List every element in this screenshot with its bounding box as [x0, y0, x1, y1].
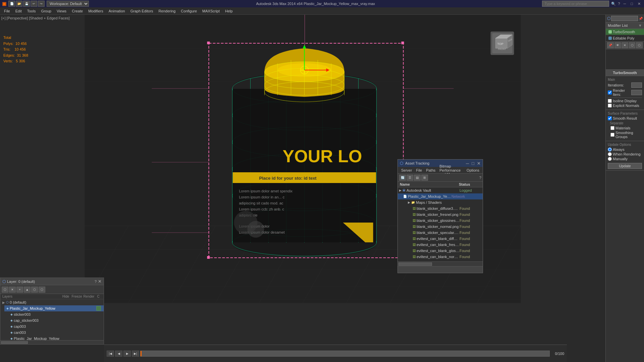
layer-tb4[interactable]: ▲ [24, 287, 31, 293]
asset-tb-list[interactable]: ☰ [407, 175, 413, 181]
list-item[interactable]: 🖼 eviltest_can_blank_diffuse.png Found [398, 236, 483, 242]
layer-tb6[interactable]: ⬡ [39, 287, 45, 293]
list-item[interactable]: ◈ can003 [8, 329, 104, 336]
menu-edit[interactable]: Edit [13, 8, 24, 14]
list-item[interactable]: ◈ Plastic_Jar_Mockup_Yellow [8, 336, 104, 340]
layer-tb5[interactable]: ⬡ [31, 287, 38, 293]
turbosmooth-label: TurboSmooth [606, 69, 644, 76]
asset-menu-server[interactable]: Server [399, 168, 414, 173]
tl-play-btn[interactable]: ▶ [123, 351, 131, 357]
list-item[interactable]: 🖼 blank_sticker_diffuse3.png Found [398, 205, 483, 212]
stack-paste-btn[interactable]: ⬡ [636, 42, 643, 48]
menu-tools[interactable]: Tools [24, 8, 39, 14]
svg-text:Lorem ipsum ccb: zh anb. c: Lorem ipsum ccb: zh anb. c [239, 207, 284, 211]
tl-next-btn[interactable]: ▶| [132, 351, 139, 357]
menu-configure[interactable]: Configure [178, 8, 200, 14]
asset-tb-refresh[interactable]: 🔄 [399, 175, 406, 181]
layer-panel-title: Layer: 0 (default) [7, 280, 35, 284]
close-btn[interactable]: ✕ [636, 2, 642, 6]
materials-checkbox[interactable] [610, 126, 614, 130]
list-item[interactable]: 📄 Plastic_Jar_Mockup_Yellow_max_vray.max… [398, 193, 483, 199]
menu-maxscript[interactable]: MAXScript [200, 8, 222, 14]
pin-icon[interactable]: 📌 [639, 17, 643, 20]
tl-scrubber[interactable] [140, 351, 550, 357]
menu-animation[interactable]: Animation [106, 8, 128, 14]
list-item[interactable]: ◈ sticker003 [8, 311, 104, 317]
workspace-dropdown[interactable]: Workspace: Default [47, 1, 89, 7]
menu-group[interactable]: Group [38, 8, 54, 14]
layer-panel-close[interactable]: ✕ [98, 279, 102, 284]
list-item[interactable]: 🖼 eviltest_can_blank_glossiness.png Foun… [398, 248, 483, 254]
stack-del-btn[interactable]: ✕ [622, 42, 628, 48]
list-item[interactable]: ◈ cap_sticker003 [8, 317, 104, 323]
smoothing-groups-checkbox[interactable] [610, 133, 614, 137]
layer-tb2[interactable]: ✕ [9, 287, 16, 293]
stack-copy-btn[interactable]: ⬡ [629, 42, 636, 48]
asset-maximize-btn[interactable]: □ [472, 161, 474, 166]
asset-close-btn[interactable]: ✕ [477, 161, 481, 166]
render-iters-checkbox[interactable] [608, 90, 612, 95]
tl-start-btn[interactable]: |◀ [107, 351, 114, 357]
list-item[interactable]: 🖼 blank_sticker_normal.png Found [398, 224, 483, 230]
layer-panel-help[interactable]: ? [95, 280, 97, 284]
maximize-btn[interactable]: □ [629, 2, 634, 6]
stack-pin-btn[interactable]: 📌 [607, 42, 614, 48]
list-item[interactable]: 🖼 eviltest_can_blank_normal.png Found [398, 254, 483, 260]
asset-tb-grid[interactable]: ⊞ [421, 175, 428, 181]
explicit-normals-checkbox[interactable] [608, 104, 612, 108]
tb-open[interactable]: 📂 [16, 1, 22, 7]
asset-horizontal-scrollbar[interactable] [398, 261, 483, 266]
asset-tb-detail[interactable]: ▤ [414, 175, 421, 181]
stack-item-turbosmooth[interactable]: TurboSmooth [606, 29, 644, 35]
list-item[interactable]: ▶ 📁 Maps / Shaders [398, 199, 483, 205]
list-item[interactable]: ▶ 🏛 Autodesk Vault Logged [398, 187, 483, 193]
app-icon: ▣ [2, 1, 6, 6]
help-icon[interactable]: ? [618, 2, 620, 6]
menu-create[interactable]: Create [69, 8, 86, 14]
list-item[interactable]: ▶ ⬡ 0 (default) [0, 299, 104, 305]
list-item[interactable]: 🖼 blank_sticker_specular.png Found [398, 230, 483, 236]
tb-redo[interactable]: ↪ [38, 1, 45, 7]
layer-tb3[interactable]: + [16, 287, 23, 293]
svg-rect-20 [401, 42, 404, 44]
update-button[interactable]: Update [608, 163, 642, 169]
asset-input-row[interactable] [398, 266, 483, 273]
menu-file[interactable]: File [1, 8, 13, 14]
layer-scrollbar[interactable] [0, 340, 104, 344]
list-item[interactable]: 🖼 blank_sticker_fresnel.png Found [398, 212, 483, 218]
render-iters-input[interactable]: 2 [631, 90, 642, 95]
menu-graph-editors[interactable]: Graph Editors [128, 8, 156, 14]
modifier-list-label[interactable]: Modifier List ▼ [606, 22, 644, 29]
minimize-btn[interactable]: ─ [622, 2, 628, 6]
asset-menu-paths[interactable]: Paths [424, 168, 437, 173]
tb-save[interactable]: 💾 [23, 1, 30, 7]
when-rendering-radio[interactable] [608, 152, 612, 156]
asset-tb-help[interactable]: ? [479, 176, 481, 180]
viewport-area[interactable]: [+] [Perspective] [Shaded + Edged Faces]… [0, 15, 605, 362]
stack-item-editable-poly[interactable]: Editable Poly [606, 35, 644, 41]
stack-show-btn[interactable]: 👁 [614, 42, 621, 48]
layer-tb1[interactable]: ⬡ [2, 287, 8, 293]
list-item[interactable]: 🖼 blank_sticker_glossiness.png Found [398, 218, 483, 224]
tl-prev-btn[interactable]: ◀ [115, 351, 122, 357]
asset-menu-file[interactable]: File [414, 168, 424, 173]
list-item[interactable]: 🖼 eviltest_can_blank_fresnel.png Found [398, 242, 483, 248]
smooth-result-checkbox[interactable] [608, 116, 612, 120]
isoline-checkbox[interactable] [608, 99, 612, 103]
iterations-input[interactable]: 0 [631, 82, 642, 88]
menu-rendering[interactable]: Rendering [156, 8, 178, 14]
list-item[interactable]: ◈ cap003 [8, 323, 104, 329]
menu-help[interactable]: Help [222, 8, 235, 14]
menu-views[interactable]: Views [54, 8, 69, 14]
always-radio[interactable] [608, 147, 612, 152]
asset-menu-options[interactable]: Options [465, 168, 481, 173]
asset-minimize-btn[interactable]: ─ [466, 161, 469, 166]
tb-new[interactable]: 📄 [8, 1, 15, 7]
object-name-input[interactable]: cap_sticker003 [611, 16, 638, 21]
search-icon[interactable]: 🔍 [611, 2, 616, 6]
menu-modifiers[interactable]: Modifiers [86, 8, 106, 14]
manually-radio[interactable] [608, 157, 612, 161]
search-input[interactable] [542, 1, 609, 7]
tb-undo[interactable]: ↩ [31, 1, 37, 7]
list-item[interactable]: ◈ Plastic_Jar_Mockup_Yellow [4, 305, 104, 311]
